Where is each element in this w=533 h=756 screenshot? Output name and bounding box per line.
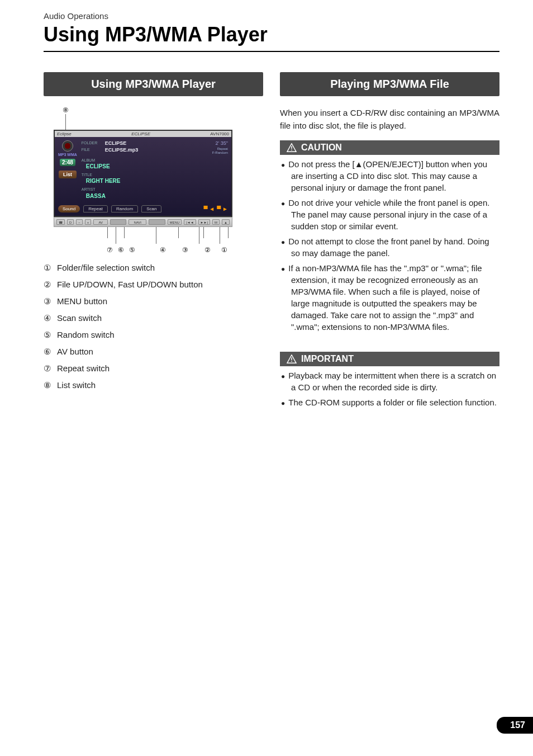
track-time: 2' 35" [216,140,228,146]
blank-button-1[interactable] [110,219,127,225]
folder-prev-icon[interactable]: ▀ ◄ [203,206,215,212]
caution-header: CAUTION [280,140,499,155]
repeat-indicator: Repeat [212,147,228,152]
svg-rect-1 [291,149,292,150]
title-value: RIGHT HERE [86,177,228,185]
left-column: Using MP3/WMA Player ⑧ Eclipse ECLIPSE A… [44,72,263,427]
caution-box: CAUTION Do not press the [▲(OPEN/EJECT)]… [280,140,499,342]
legend-item: ⑧List switch [44,380,263,390]
format-badge: MP3 WMA [58,153,77,157]
navi-button[interactable]: NAVI [129,219,146,225]
random-tab[interactable]: Random [111,205,138,212]
legend-item: ①Folder/file selection switch [44,263,263,273]
next-button[interactable]: ►►| [198,219,210,225]
important-list: Playback may be intermittent when there … [280,366,499,417]
callout-4: ④ [160,246,166,254]
d-button[interactable]: D [67,219,74,225]
blank-button-2[interactable] [149,219,165,225]
model-label: AVN7000 [210,131,229,136]
folder-label: FOLDER [82,140,102,147]
warning-icon [287,143,297,152]
sound-button[interactable]: Sound [58,205,80,212]
folder-value: ECLIPSE [105,140,127,147]
repeat-tab[interactable]: Repeat [83,205,108,212]
file-label: FILE [82,147,102,154]
title-label: TITLE [82,172,228,177]
important-title: IMPORTANT [301,354,354,364]
phone-button[interactable]: ☎ [56,219,65,225]
caution-item: Do not drive your vehicle while the fron… [281,197,498,232]
legend-item: ⑥AV button [44,347,263,357]
list-button[interactable]: List [59,171,77,178]
caution-item: Do not attempt to close the front panel … [281,235,498,259]
callout-8: ⑧ [63,106,260,114]
callout-6: ⑥ [118,246,124,254]
svg-rect-0 [291,146,292,149]
important-item: Playback may be intermittent when there … [281,370,498,393]
caution-item: Do not press the [▲(OPEN/EJECT)] button … [281,158,498,193]
brand-left: Eclipse [57,131,72,136]
menu-button[interactable]: MENU [168,219,182,225]
file-value: ECLIPSE.mp3 [105,147,139,154]
artist-value: BASSA [86,192,228,200]
album-value: ECLIPSE [86,163,228,170]
vol-up-button[interactable]: + [85,219,92,225]
callout-3: ③ [182,246,188,254]
elapsed-badge: 2:48 [60,159,75,166]
device-illustration: ⑧ Eclipse ECLIPSE AVN7000 MP3 WMA 2:48 L… [47,106,260,255]
legend-item: ⑤Random switch [44,330,263,340]
bezel-panel: ☎ D − + AV NAVI MENU |◄◄ ►►| M ▲ [54,217,232,227]
callout-7: ⑦ [107,246,113,254]
svg-rect-3 [291,361,292,361]
section-header-using: Using MP3/WMA Player [44,72,263,96]
callout-5: ⑤ [129,246,135,254]
album-label: ALBUM [82,158,228,163]
folder-next-icon[interactable]: ▀ ► [217,206,228,212]
m-button[interactable]: M [212,219,220,225]
important-header: IMPORTANT [280,352,499,366]
caution-item: If a non-MP3/WMA file has the ".mp3" or … [281,262,498,333]
prev-button[interactable]: |◄◄ [184,219,196,225]
frandom-indicator: F-Random [212,151,228,155]
disc-icon [62,140,73,152]
artist-label: ARTIST [82,187,228,192]
section-header-playing: Playing MP3/WMA File [280,72,499,96]
legend-item: ④Scan switch [44,313,263,323]
av-button[interactable]: AV [93,219,108,225]
important-item: The CD-ROM supports a folder or file sel… [281,396,498,408]
intro-text: When you insert a CD-R/RW disc containin… [280,106,499,133]
legend-item: ⑦Repeat switch [44,363,263,374]
page-title: Using MP3/WMA Player [44,23,499,52]
important-box: IMPORTANT Playback may be intermittent w… [280,352,499,417]
legend-list: ①Folder/file selection switch ②File UP/D… [44,263,263,390]
vol-down-button[interactable]: − [76,219,83,225]
warning-icon [287,355,297,363]
brand-center: ECLIPSE [131,131,150,136]
caution-list: Do not press the [▲(OPEN/EJECT)] button … [280,155,499,342]
callout-8-line [65,114,66,130]
callout-1: ① [221,246,227,254]
legend-item: ②File UP/DOWN, Fast UP/DOWN button [44,280,263,290]
callout-row: ⑦ ⑥ ⑤ ④ ③ ② ① [54,227,232,255]
caution-title: CAUTION [301,143,342,153]
page-number: 157 [497,717,533,734]
eject-button[interactable]: ▲ [222,219,230,225]
right-column: Playing MP3/WMA File When you insert a C… [280,72,499,427]
legend-item: ③MENU button [44,296,263,306]
player-screen: Eclipse ECLIPSE AVN7000 MP3 WMA 2:48 Lis… [54,130,232,217]
screen-titlebar: Eclipse ECLIPSE AVN7000 [55,131,231,137]
scan-tab[interactable]: Scan [141,205,161,212]
svg-rect-2 [291,357,292,360]
callout-2: ② [204,246,211,254]
breadcrumb: Audio Operations [44,11,499,21]
